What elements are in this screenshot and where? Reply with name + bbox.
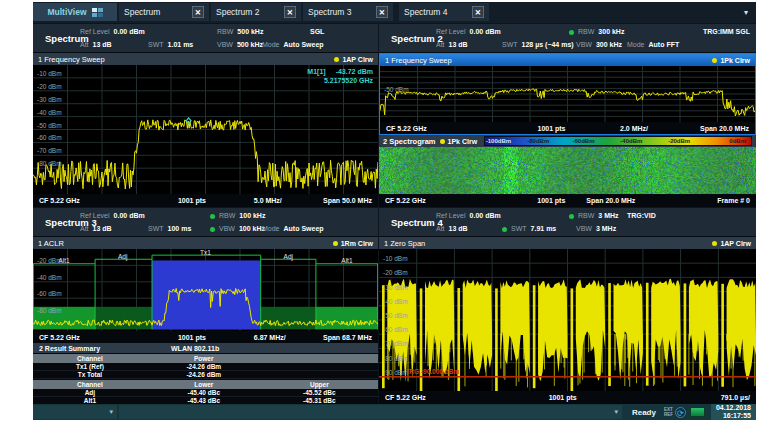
tab-bar: MultiView Spectrum ✕ Spectrum 2 ✕ Spectr… xyxy=(33,2,756,23)
y-axis-label: -40 dBm xyxy=(37,274,62,282)
zero-span-graph[interactable]: -10 dBm-20 dBm-30 dBm-40 dBm-50 dBm-60 d… xyxy=(379,249,756,391)
y-axis-label: -80 dBm xyxy=(37,160,62,168)
result-summary-table: 2 Result Summary WLAN 802.11b ChannelPow… xyxy=(33,343,378,404)
channel-label-alt1: Alt1 xyxy=(341,257,352,264)
channel-label-alt1: Alt1 xyxy=(58,257,69,264)
setting-item[interactable]: VBW3 MHz xyxy=(576,223,616,235)
setting-item[interactable]: RBW100 kHz xyxy=(210,210,265,222)
setting-item[interactable]: VBW100 kHz xyxy=(210,223,265,235)
y-axis-label: -50 dBm xyxy=(384,86,409,94)
setting-item[interactable]: Att13 dB xyxy=(80,39,112,51)
setting-item[interactable]: SWT128 µs (~44 ms) xyxy=(502,39,574,51)
table-title: 2 Result Summary xyxy=(39,345,100,352)
chevron-down-icon[interactable]: ▾ xyxy=(109,407,113,417)
trace-label: 1Pk Clrw xyxy=(712,57,750,64)
window-title-bar[interactable]: 1 Frequency Sweep 1Pk Clrw xyxy=(380,54,755,66)
setting-item[interactable]: Att13 dB xyxy=(436,223,468,235)
setting-item[interactable]: RBW3 MHz xyxy=(569,210,619,222)
aclr-graph[interactable]: -20 dBm-40 dBm-60 dBm-80 dBm Alt1 Adj Tx… xyxy=(33,249,378,331)
setting-item[interactable]: VBW500 kHz xyxy=(217,39,263,51)
y-axis-label: -40 dBm xyxy=(383,298,408,306)
window-title: 1 Frequency Sweep xyxy=(385,56,452,65)
selected-window-frame: 1 Frequency Sweep 1Pk Clrw -50 dBm CF 5.… xyxy=(379,53,756,135)
close-icon[interactable]: ✕ xyxy=(284,6,296,18)
close-icon[interactable]: ✕ xyxy=(376,6,388,18)
channel-header: Spectrum Ref Level0.00 dBmRBW500 kHzSGL … xyxy=(33,24,378,53)
colorbar-label: -60dBm xyxy=(572,138,594,144)
status-bar: ▾ ▾ Ready EXTREF ⟳ 04.12.201816:17:55 xyxy=(33,404,756,420)
axis-bar: CF 5.22 GHz1001 pts 791.0 µs/ xyxy=(379,391,756,404)
setting-item[interactable]: ModeAuto FFT xyxy=(627,39,679,51)
spectrogram-title-bar[interactable]: 2 Spectrogram 1Pk Clrw -100dBm-80dBm-60d… xyxy=(379,135,756,147)
setting-item[interactable]: RBW500 kHz xyxy=(217,26,263,38)
channel-header: Spectrum 4 Ref Level0.00 dBmRBW3 MHzTRG:… xyxy=(379,208,756,237)
trace-dot-icon xyxy=(334,57,339,62)
window-spectrum-1[interactable]: Spectrum Ref Level0.00 dBmRBW500 kHzSGL … xyxy=(33,24,378,207)
setting-item[interactable]: Ref Level0.00 dBm xyxy=(80,26,145,38)
setting-item[interactable]: ModeAuto Sweep xyxy=(262,39,324,51)
screen-icon xyxy=(690,407,705,417)
setting-item[interactable]: Ref Level0.00 dBm xyxy=(436,26,501,38)
window-title-bar[interactable]: 1 Zero Span 1AP Clrw xyxy=(379,237,756,249)
setting-item[interactable]: SWT100 ms xyxy=(148,223,191,235)
window-title-bar[interactable]: 1 ACLR 1Rm Clrw xyxy=(33,237,378,249)
setting-item[interactable]: Att13 dB xyxy=(80,223,112,235)
trace-label: 1AP Clrw xyxy=(334,56,373,63)
tab-spectrum-2[interactable]: Spectrum 2 ✕ xyxy=(211,3,301,21)
window-spectrum-4[interactable]: Spectrum 4 Ref Level0.00 dBmRBW3 MHzTRG:… xyxy=(379,208,756,404)
status-left-box[interactable]: ▾ xyxy=(33,405,117,419)
tab-spectrum[interactable]: Spectrum ✕ xyxy=(119,3,209,21)
colorbar-label: -80dBm xyxy=(527,138,549,144)
window-spectrum-2[interactable]: Spectrum 2 TRG:IMM SGLRef Level0.00 dBmR… xyxy=(379,24,756,207)
table-header-row: ChannelPower xyxy=(33,354,378,363)
ext-ref-icon: ⟳ xyxy=(675,407,686,418)
trace-label: 1Pk Clrw xyxy=(440,138,478,145)
setting-item[interactable]: Att13 dB xyxy=(436,39,468,51)
setting-item[interactable]: Ref Level0.00 dBm xyxy=(436,210,501,222)
setting-item[interactable]: ModeAuto Sweep xyxy=(262,223,324,235)
date-time: 04.12.201816:17:55 xyxy=(711,404,756,420)
axis-bar: CF 5.22 GHz1001 pts Span 20.0 MHzFrame #… xyxy=(379,194,756,207)
table-standard: WLAN 802.11b xyxy=(171,345,219,352)
sweep-graph[interactable]: -50 dBm xyxy=(380,66,755,122)
tab-spectrum-3[interactable]: Spectrum 3 ✕ xyxy=(303,3,393,21)
marker-readout: M1[1]-43.72 dBm 5.2175520 GHz xyxy=(307,67,373,85)
setting-item[interactable]: SWT7.91 ms xyxy=(502,223,556,235)
colorbar-label: -40dBm xyxy=(620,138,642,144)
setting-item[interactable]: SWT1.01 ms xyxy=(148,39,193,51)
coupled-green-dot-icon xyxy=(210,227,215,232)
window-title: 2 Spectrogram xyxy=(383,137,436,146)
window-spectrum-3[interactable]: Spectrum 3 Ref Level0.00 dBmRBW100 kHz A… xyxy=(33,208,378,404)
close-icon[interactable]: ✕ xyxy=(192,6,204,18)
y-axis-label: -90 dBm xyxy=(383,369,408,377)
close-icon[interactable]: ✕ xyxy=(472,6,484,18)
channel-label-adj: Adj xyxy=(284,253,293,260)
status-message-area: ▾ xyxy=(119,405,622,419)
screenshot-page: MultiView Spectrum ✕ Spectrum 2 ✕ Spectr… xyxy=(0,0,760,427)
table-row: Tx1 (Ref)-24.26 dBm xyxy=(33,363,378,371)
y-axis-label: -60 dBm xyxy=(383,326,408,334)
spectrogram-graph[interactable] xyxy=(379,147,756,194)
sweep-graph[interactable]: -10 dBm-20 dBm-30 dBm-40 dBm-50 dBm-60 d… xyxy=(33,65,378,194)
trace-dot-icon xyxy=(440,139,445,144)
trace-label: 1Rm Clrw xyxy=(333,240,373,247)
y-axis-label: -50 dBm xyxy=(37,122,62,130)
setting-item[interactable]: TRG:VID xyxy=(627,210,656,222)
chevron-down-icon[interactable]: ▾ xyxy=(614,407,618,417)
channel-header: Spectrum 2 TRG:IMM SGLRef Level0.00 dBmR… xyxy=(379,24,756,53)
spectrogram-colorbar: -100dBm-80dBm-60dBm-40dBm-20dBm0dBm xyxy=(484,136,752,146)
coupled-green-dot-icon xyxy=(502,227,507,232)
setting-item[interactable]: SGL xyxy=(310,26,324,38)
setting-item[interactable]: Ref Level0.00 dBm xyxy=(80,210,145,222)
axis-bar: CF 5.22 GHz1001 pts 5.0 MHz/Span 50.0 MH… xyxy=(33,194,378,207)
tab-spectrum-4[interactable]: Spectrum 4 ✕ xyxy=(399,3,489,21)
y-axis-label: -40 dBm xyxy=(37,109,62,117)
chevron-down-icon[interactable]: ▾ xyxy=(739,5,753,19)
analyzer-app: MultiView Spectrum ✕ Spectrum 2 ✕ Spectr… xyxy=(33,2,756,420)
setting-item[interactable]: VBW300 kHz xyxy=(576,39,622,51)
y-axis-label: -10 dBm xyxy=(37,70,62,78)
window-title-bar[interactable]: 1 Frequency Sweep 1AP Clrw xyxy=(33,53,378,65)
tab-multiview[interactable]: MultiView xyxy=(33,3,117,21)
setting-item[interactable]: RBW300 kHz xyxy=(569,26,624,38)
window-title: 1 ACLR xyxy=(38,239,64,248)
